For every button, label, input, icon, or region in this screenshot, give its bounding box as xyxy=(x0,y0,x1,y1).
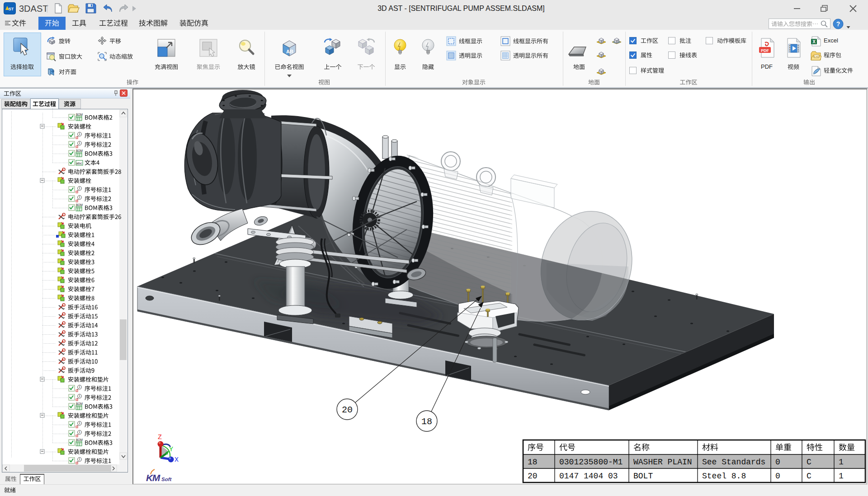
svg-text:18: 18 xyxy=(421,416,432,427)
svg-text:C: C xyxy=(807,472,811,481)
svg-text:20: 20 xyxy=(342,405,353,415)
svg-text:20: 20 xyxy=(528,472,538,481)
svg-text:0301235800-M1: 0301235800-M1 xyxy=(559,458,623,467)
svg-text:1: 1 xyxy=(839,472,844,481)
svg-text:1: 1 xyxy=(79,458,80,461)
svg-text:BOM: BOM xyxy=(76,149,83,152)
svg-text:1: 1 xyxy=(79,385,80,388)
svg-text:AB: AB xyxy=(286,49,293,54)
svg-text:abc: abc xyxy=(76,161,82,165)
svg-text:C: C xyxy=(807,458,811,467)
svg-text:BOM: BOM xyxy=(76,203,83,206)
svg-text:1: 1 xyxy=(79,394,80,398)
svg-text:BOM: BOM xyxy=(76,438,83,441)
svg-text:1: 1 xyxy=(79,141,80,145)
svg-text:BOM: BOM xyxy=(76,402,83,405)
svg-text:EXE: EXE xyxy=(814,55,819,58)
svg-text:0: 0 xyxy=(775,458,780,467)
svg-text:1: 1 xyxy=(79,132,80,136)
svg-text:KM: KM xyxy=(146,473,160,483)
svg-text:PDF: PDF xyxy=(761,48,769,53)
svg-text:1: 1 xyxy=(79,421,80,425)
svg-text:0: 0 xyxy=(775,472,780,481)
svg-text:BOLT: BOLT xyxy=(633,472,653,481)
svg-text:Z: Z xyxy=(158,434,162,441)
svg-text:See Standards: See Standards xyxy=(702,458,765,467)
svg-text:1: 1 xyxy=(79,430,80,434)
svg-text:WASHER PLAIN: WASHER PLAIN xyxy=(633,458,692,467)
svg-text:1: 1 xyxy=(839,458,844,467)
svg-text:X: X xyxy=(175,456,179,464)
svg-text:0147 1404 03: 0147 1404 03 xyxy=(559,472,618,481)
svg-text:18: 18 xyxy=(528,458,538,467)
svg-text:BOM: BOM xyxy=(76,113,83,116)
svg-text:1: 1 xyxy=(79,196,80,199)
svg-text:X: X xyxy=(812,39,816,44)
svg-text:Soft: Soft xyxy=(161,477,172,482)
svg-text:Y: Y xyxy=(169,446,173,454)
svg-text:?: ? xyxy=(836,20,840,28)
svg-text:Steel 8.8: Steel 8.8 xyxy=(702,472,746,481)
svg-text:1: 1 xyxy=(79,187,80,190)
